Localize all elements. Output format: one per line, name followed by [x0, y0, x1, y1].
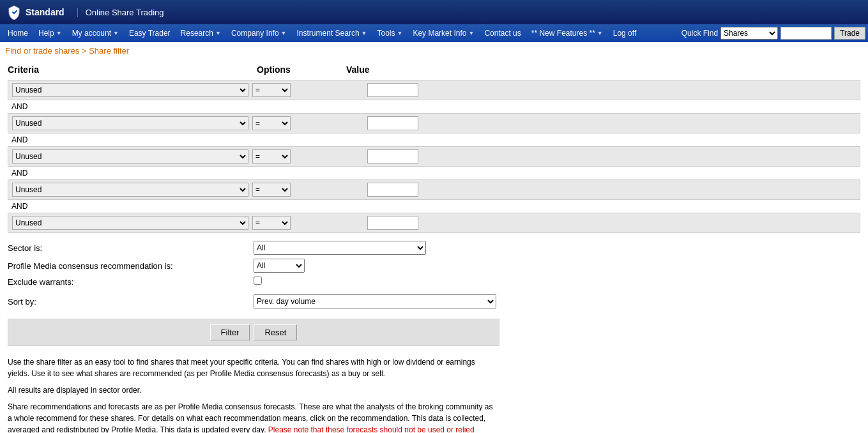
nav-instrument-search-arrow: ▼ — [362, 30, 367, 36]
quick-find-label: Quick Find — [681, 29, 718, 38]
main-content: Criteria Options Value UnusedPriceVolume… — [0, 59, 868, 433]
value-input-2[interactable] — [367, 116, 418, 130]
and-label-2: AND — [8, 133, 860, 146]
button-row: Filter Reset — [8, 319, 499, 346]
criteria-select-1[interactable]: UnusedPriceVolumeMarket CapP/E RatioDivi… — [12, 83, 248, 97]
logo-area: Standard — [6, 4, 65, 20]
breadcrumb-separator: > — [82, 46, 87, 56]
info-text: Use the share filter as an easy tool to … — [8, 356, 493, 433]
options-select-5[interactable]: =><>=<= — [252, 216, 291, 230]
reset-button[interactable]: Reset — [254, 324, 297, 340]
filter-rows-container: UnusedPriceVolumeMarket CapP/E RatioDivi… — [8, 80, 860, 233]
shield-icon — [6, 4, 22, 20]
criteria-select-5[interactable]: UnusedPriceVolumeMarket CapP/E RatioDivi… — [12, 216, 248, 230]
nav-help[interactable]: Help ▼ — [33, 26, 67, 40]
recommendation-row: Profile Media consensus recommendation i… — [8, 259, 499, 273]
breadcrumb-current: Share filter — [89, 46, 129, 56]
filter-row-2: UnusedPriceVolumeMarket CapP/E RatioDivi… — [8, 113, 860, 133]
value-input-5[interactable] — [367, 216, 418, 230]
col-options-header: Options — [257, 65, 346, 75]
exclude-warrants-label: Exclude warrants: — [8, 277, 254, 287]
exclude-warrants-checkbox[interactable] — [254, 277, 262, 285]
info-para-2: All results are displayed in sector orde… — [8, 384, 493, 396]
nav-help-arrow: ▼ — [56, 30, 62, 36]
options-select-3[interactable]: =><>=<= — [252, 149, 291, 163]
trade-button[interactable]: Trade — [834, 27, 865, 40]
col-value-header: Value — [346, 65, 499, 75]
sector-row: Sector is: All Basic Materials Consumer … — [8, 241, 499, 255]
nav-key-market-info[interactable]: Key Market Info ▼ — [407, 26, 479, 40]
options-select-1[interactable]: =><>=<= — [252, 83, 291, 97]
info-para-3: Share recommendations and forecasts are … — [8, 401, 493, 433]
nav-tools-arrow: ▼ — [397, 30, 403, 36]
nav-log-off[interactable]: Log off — [608, 26, 641, 40]
sort-by-label: Sort by: — [8, 297, 254, 307]
sector-label: Sector is: — [8, 243, 254, 253]
nav-easy-trader[interactable]: Easy Trader — [124, 26, 176, 40]
filter-button[interactable]: Filter — [210, 324, 250, 340]
nav-new-features[interactable]: ** New Features ** ▼ — [526, 26, 608, 40]
logo-text: Standard — [26, 7, 65, 17]
nav-instrument-search[interactable]: Instrument Search ▼ — [292, 26, 372, 40]
recommendation-control: All Strong Buy Buy Hold Sell Strong Sell — [254, 259, 499, 273]
filter-options-area: Sector is: All Basic Materials Consumer … — [8, 241, 499, 287]
header-title: Online Share Trading — [77, 8, 164, 17]
column-headers: Criteria Options Value — [8, 65, 860, 75]
value-input-1[interactable] — [367, 83, 418, 97]
and-label-4: AND — [8, 200, 860, 213]
filter-row-3: UnusedPriceVolumeMarket CapP/E RatioDivi… — [8, 146, 860, 167]
nav-bar: Home Help ▼ My account ▼ Easy Trader Res… — [0, 24, 868, 42]
value-input-4[interactable] — [367, 183, 418, 197]
nav-company-info[interactable]: Company Info ▼ — [226, 26, 292, 40]
nav-home[interactable]: Home — [3, 26, 33, 40]
criteria-select-2[interactable]: UnusedPriceVolumeMarket CapP/E RatioDivi… — [12, 116, 248, 130]
col-criteria-header: Criteria — [8, 65, 257, 75]
sector-control: All Basic Materials Consumer Goods Finan… — [254, 241, 499, 255]
and-label-3: AND — [8, 167, 860, 179]
nav-my-account[interactable]: My account ▼ — [67, 26, 124, 40]
top-header: Standard Online Share Trading — [0, 0, 868, 24]
sector-select[interactable]: All Basic Materials Consumer Goods Finan… — [254, 241, 426, 255]
filter-row-5: UnusedPriceVolumeMarket CapP/E RatioDivi… — [8, 213, 860, 233]
recommendation-select[interactable]: All Strong Buy Buy Hold Sell Strong Sell — [254, 259, 305, 273]
criteria-select-4[interactable]: UnusedPriceVolumeMarket CapP/E RatioDivi… — [12, 183, 248, 197]
info-para-1: Use the share filter as an easy tool to … — [8, 356, 493, 379]
nav-research-arrow: ▼ — [215, 30, 221, 36]
sort-by-select[interactable]: Prev. day volume Price Market Cap P/E Ra… — [254, 294, 496, 308]
filter-row-1: UnusedPriceVolumeMarket CapP/E RatioDivi… — [8, 80, 860, 100]
nav-my-account-arrow: ▼ — [113, 30, 119, 36]
breadcrumb-link[interactable]: Find or trade shares — [5, 46, 79, 56]
nav-company-info-arrow: ▼ — [281, 30, 287, 36]
criteria-select-3[interactable]: UnusedPriceVolumeMarket CapP/E RatioDivi… — [12, 149, 248, 163]
nav-key-market-info-arrow: ▼ — [468, 30, 474, 36]
breadcrumb: Find or trade shares > Share filter — [0, 42, 868, 59]
nav-new-features-arrow: ▼ — [597, 30, 603, 36]
exclude-warrants-row: Exclude warrants: — [8, 277, 499, 287]
value-input-3[interactable] — [367, 149, 418, 163]
quick-find-input[interactable] — [780, 27, 832, 40]
nav-research[interactable]: Research ▼ — [176, 26, 226, 40]
exclude-warrants-control — [254, 277, 499, 287]
options-select-4[interactable]: =><>=<= — [252, 183, 291, 197]
quick-find-area: Quick Find Shares Companies Indices Trad… — [681, 27, 865, 40]
nav-tools[interactable]: Tools ▼ — [372, 26, 408, 40]
filter-row-4: UnusedPriceVolumeMarket CapP/E RatioDivi… — [8, 179, 860, 200]
sort-by-area: Sort by: Prev. day volume Price Market C… — [8, 294, 499, 308]
options-select-2[interactable]: =><>=<= — [252, 116, 291, 130]
and-label-1: AND — [8, 100, 860, 113]
nav-contact-us[interactable]: Contact us — [479, 26, 526, 40]
quick-find-select[interactable]: Shares Companies Indices — [720, 27, 778, 40]
recommendation-label: Profile Media consensus recommendation i… — [8, 261, 254, 271]
